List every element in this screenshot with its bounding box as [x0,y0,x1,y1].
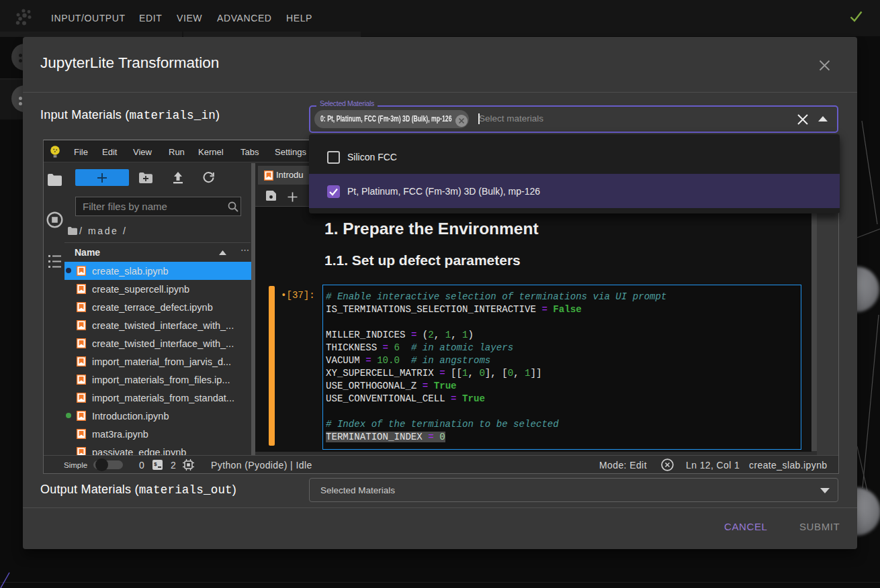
svg-text:$: $ [154,461,157,467]
